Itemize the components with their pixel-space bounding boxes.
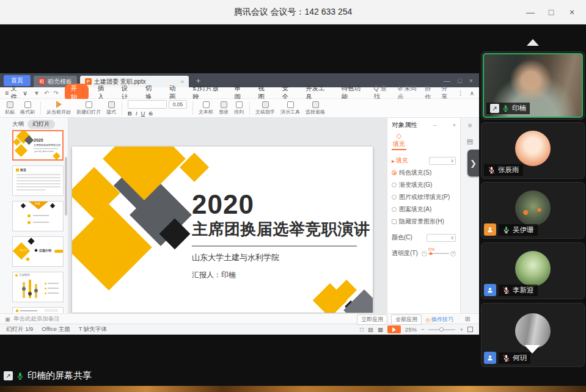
present-tools-button[interactable]: 演示工具 (280, 101, 300, 115)
zoom-out-icon[interactable]: − (421, 326, 425, 333)
props-close-icon[interactable]: × (449, 122, 456, 128)
close-button[interactable]: × (562, 7, 582, 17)
option-hide-background[interactable]: 隐藏背景图形(H) (392, 217, 456, 226)
strikethrough-button[interactable]: S (148, 110, 152, 117)
option-solid-fill[interactable]: 纯色填充(S) (392, 169, 456, 177)
collapse-ribbon-icon[interactable]: ∧ (470, 90, 474, 96)
thumbnail-3[interactable]: 3 目录 (12, 201, 64, 231)
layout-button[interactable]: 版式 (106, 101, 116, 115)
new-slide-button[interactable]: 新建幻灯片 (76, 101, 101, 115)
avatar (515, 131, 551, 166)
slide-editor[interactable]: 2020 主席团换届选举竞职演讲 山东大学土建与水利学院 汇报人：印楠 (72, 147, 373, 313)
doc-assistant-button[interactable]: 文稿助手 (255, 101, 275, 115)
option-picture-fill[interactable]: 图片或纹理填充(P) (392, 193, 456, 201)
zoom-slider[interactable] (428, 329, 455, 330)
wps-minimize-icon[interactable]: — (444, 77, 450, 84)
mic-on-icon (502, 226, 510, 234)
play-icon (392, 327, 396, 332)
thumbnail-1[interactable]: 1 2020 主席团换届选举竞职演讲 山东大学土建与水利学院 (12, 130, 64, 161)
option-pattern-fill[interactable]: 图案填充(A) (392, 205, 456, 214)
next-slide-arrow[interactable]: ❯ (467, 150, 479, 176)
quick-access-icons[interactable]: ▼ ↶ ↷ (34, 90, 59, 96)
thumbnail-6[interactable]: 6 (12, 307, 64, 313)
normal-view-icon[interactable]: □ (360, 326, 364, 333)
apply-button[interactable]: 立即应用 (357, 314, 387, 325)
underline-button[interactable]: U (141, 110, 145, 117)
maximize-button[interactable]: □ (541, 7, 562, 17)
thumbnail-scrollbar[interactable] (65, 157, 67, 216)
zoom-slider-handle[interactable] (439, 327, 444, 332)
participant-tile-lixinying[interactable]: 李新迎 (481, 242, 585, 299)
fill-shape-icon: ◇ (392, 132, 406, 140)
transparency-slider[interactable]: − 0% + (422, 251, 456, 256)
redo-icon[interactable]: ↷ (53, 90, 58, 96)
apply-all-button[interactable]: 全部应用 (391, 314, 422, 325)
participant-name: 李新迎 (513, 286, 534, 295)
participant-tile-heyue[interactable]: 何玥 (481, 303, 585, 367)
minus-circle-icon[interactable]: − (422, 251, 427, 256)
sorter-view-icon[interactable]: ▤ (368, 326, 373, 333)
fill-tab[interactable]: ◇ 填充 (392, 132, 406, 150)
play-from-current-button[interactable]: 从当前开始 (46, 101, 71, 115)
thumbnail-2[interactable]: 2 前言 (12, 165, 64, 196)
option-gradient-fill[interactable]: 渐变填充(G) (392, 181, 456, 189)
paste-button[interactable]: 粘贴 (5, 101, 15, 115)
note-icon: ▣ (5, 316, 10, 322)
tips-icon: ◎ (425, 317, 430, 323)
format-painter-button[interactable]: 格式刷 (20, 101, 35, 115)
thumbnail-4[interactable]: 4 Part 01 自我介绍 (12, 236, 64, 267)
wps-close-icon[interactable]: × (469, 77, 473, 84)
tips-link[interactable]: ◎操作技巧 (425, 316, 453, 324)
outline-tab[interactable]: 大纲 (12, 120, 24, 128)
plus-circle-icon[interactable]: + (450, 251, 456, 256)
save-icon[interactable]: ▼ (34, 90, 40, 96)
notes-bar[interactable]: ▣ 单击此处添加备注 立即应用 全部应用 ◎操作技巧 ⊞ (0, 313, 479, 324)
props-strip-icon[interactable]: ≡ (468, 122, 472, 129)
undo-icon[interactable]: ↶ (44, 90, 49, 96)
sharing-icon: ↗ (490, 104, 499, 113)
italic-button[interactable]: I (136, 110, 137, 117)
fill-type-dropdown[interactable]: ∨ (429, 157, 456, 165)
radio-icon (392, 183, 397, 187)
wps-toolbar: 粘贴 格式刷 从当前开始 新建幻灯片 版式 0.05 B I U S (0, 99, 479, 118)
strip-icon-2[interactable]: ▤ (467, 137, 473, 145)
format-buttons: B I U S (128, 110, 187, 117)
font-size-input[interactable]: 0.05 (169, 100, 187, 109)
missing-font-warning[interactable]: T 缺失字体 (79, 325, 107, 333)
theme-name[interactable]: Office 主题 (42, 325, 70, 333)
participant-tile-yinnan[interactable]: ↗ 印楠 (481, 51, 585, 120)
props-pin-icon[interactable]: – (430, 122, 436, 128)
grid-icon[interactable]: ⊞ (465, 315, 471, 323)
color-dropdown[interactable]: ∨ (427, 234, 456, 242)
slide-title-block[interactable]: 2020 主席团换届选举竞职演讲 山东大学土建与水利学院 汇报人：印楠 (192, 191, 370, 280)
slide-canvas[interactable]: 2020 主席团换届选举竞职演讲 山东大学土建与水利学院 汇报人：印楠 (68, 118, 387, 313)
selection-pane-button[interactable]: 选择窗格 (306, 101, 325, 115)
font-name-input[interactable] (128, 100, 167, 109)
wps-maximize-icon[interactable]: □ (458, 77, 462, 84)
slideshow-play-button[interactable] (387, 325, 401, 333)
bold-button[interactable]: B (128, 110, 132, 117)
thumbnail-5[interactable]: 5 工作经历 (12, 272, 64, 302)
fit-slide-icon[interactable] (467, 327, 473, 332)
fill-section-label: 填充 (396, 156, 408, 165)
arrange-button[interactable]: 排列 (234, 101, 244, 115)
zoom-in-icon[interactable]: + (460, 326, 463, 333)
participant-name: 张辰雨 (498, 165, 519, 175)
hamburger-icon: ≡ (5, 89, 9, 96)
minimize-button[interactable]: — (520, 7, 541, 17)
textbox-button[interactable]: 文本框 (199, 101, 213, 115)
shapes-button[interactable]: 形状 (219, 101, 229, 115)
scroll-up-button[interactable] (527, 39, 539, 46)
reading-view-icon[interactable]: ▦ (378, 326, 383, 333)
slide-subtitle: 山东大学土建与水利学院 (192, 252, 370, 263)
participant-tile-zhangchenyu[interactable]: 张辰雨 (481, 122, 585, 179)
scroll-down-button[interactable] (524, 345, 540, 354)
mic-muted-icon (502, 354, 510, 362)
share-label-text: 印楠的屏幕共享 (27, 370, 92, 382)
participant-tile-wuyishan[interactable]: 吴伊珊 (481, 182, 585, 239)
slides-tab[interactable]: 幻灯片 (27, 120, 55, 129)
more-icon[interactable]: ⋮ (458, 90, 464, 96)
zoom-level[interactable]: 25% (405, 326, 417, 333)
slider-handle[interactable] (429, 252, 433, 255)
slide-year: 2020 (192, 191, 370, 219)
